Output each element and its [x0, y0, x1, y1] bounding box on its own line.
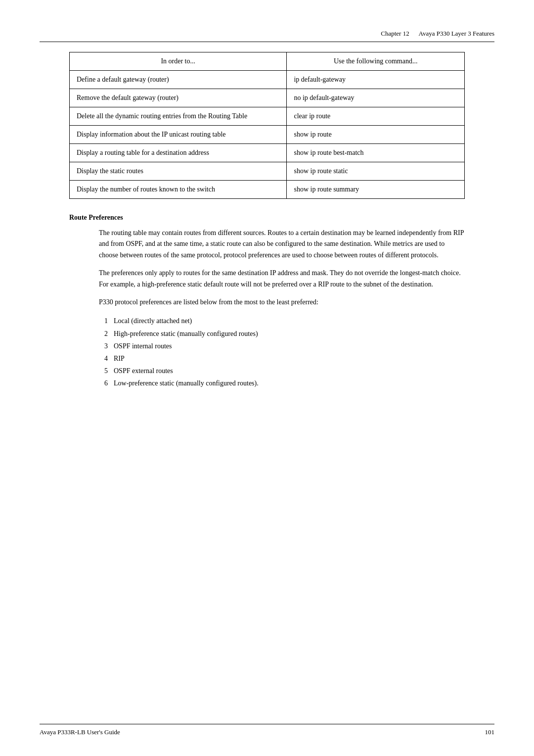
- list-item-text: OSPF external routes: [114, 365, 173, 377]
- routing-commands-table: In order to... Use the following command…: [69, 52, 465, 199]
- paragraph-3: P330 protocol preferences are listed bel…: [99, 297, 465, 308]
- preference-list: 1Local (directly attached net)2High-pref…: [99, 315, 465, 389]
- list-item-number: 3: [99, 340, 108, 352]
- list-item-text: RIP: [114, 352, 125, 365]
- table-cell-command: no ip default-gateway: [287, 89, 465, 107]
- table-cell-command: show ip route: [287, 126, 465, 144]
- list-item: 4RIP: [99, 352, 465, 365]
- table-header-command: Use the following command...: [287, 52, 465, 71]
- list-item-number: 2: [99, 328, 108, 340]
- footer-right: 101: [485, 728, 495, 736]
- table-cell-action: Display information about the IP unicast…: [70, 126, 287, 144]
- header-text: Chapter 12 Avaya P330 Layer 3 Features: [381, 30, 494, 38]
- table-cell-command: clear ip route: [287, 107, 465, 126]
- table-row: Display the static routesshow ip route s…: [70, 162, 465, 181]
- content-area: In order to... Use the following command…: [40, 52, 494, 389]
- table-row: Display information about the IP unicast…: [70, 126, 465, 144]
- list-item: 5OSPF external routes: [99, 365, 465, 377]
- table-cell-command: show ip route best-match: [287, 144, 465, 162]
- table-cell-action: Define a default gateway (router): [70, 71, 287, 89]
- list-item-number: 6: [99, 377, 108, 389]
- list-item-number: 4: [99, 352, 108, 365]
- table-cell-action: Delete all the dynamic routing entries f…: [70, 107, 287, 126]
- paragraph-1: The routing table may contain routes fro…: [99, 228, 465, 261]
- list-item: 1Local (directly attached net): [99, 315, 465, 327]
- section-title: Route Preferences: [69, 214, 465, 222]
- list-item-number: 5: [99, 365, 108, 377]
- table-row: Remove the default gateway (router)no ip…: [70, 89, 465, 107]
- chapter-title: Avaya P330 Layer 3 Features: [418, 30, 494, 37]
- table-cell-command: show ip route static: [287, 162, 465, 181]
- table-row: Define a default gateway (router)ip defa…: [70, 71, 465, 89]
- list-item-text: High-preference static (manually configu…: [114, 328, 258, 340]
- table-cell-action: Display a routing table for a destinatio…: [70, 144, 287, 162]
- list-item: 3OSPF internal routes: [99, 340, 465, 352]
- list-item-text: Low-preference static (manually configur…: [114, 377, 259, 389]
- paragraph-2: The preferences only apply to routes for…: [99, 268, 465, 290]
- page-container: Chapter 12 Avaya P330 Layer 3 Features I…: [0, 0, 534, 756]
- list-item-text: OSPF internal routes: [114, 340, 172, 352]
- footer-left: Avaya P333R-LB User's Guide: [40, 728, 120, 736]
- route-preferences-section: Route Preferences The routing table may …: [69, 214, 465, 389]
- chapter-label: Chapter 12: [381, 30, 409, 37]
- page-footer: Avaya P333R-LB User's Guide 101: [40, 724, 494, 736]
- section-body: The routing table may contain routes fro…: [69, 228, 465, 389]
- table-cell-command: show ip route summary: [287, 181, 465, 199]
- page-header: Chapter 12 Avaya P330 Layer 3 Features: [40, 30, 494, 42]
- table-row: Display a routing table for a destinatio…: [70, 144, 465, 162]
- list-item-text: Local (directly attached net): [114, 315, 192, 327]
- list-item: 6Low-preference static (manually configu…: [99, 377, 465, 389]
- table-row: Display the number of routes known to th…: [70, 181, 465, 199]
- list-item: 2High-preference static (manually config…: [99, 328, 465, 340]
- table-cell-action: Display the number of routes known to th…: [70, 181, 287, 199]
- table-cell-action: Display the static routes: [70, 162, 287, 181]
- table-header-action: In order to...: [70, 52, 287, 71]
- table-row: Delete all the dynamic routing entries f…: [70, 107, 465, 126]
- table-cell-command: ip default-gateway: [287, 71, 465, 89]
- table-cell-action: Remove the default gateway (router): [70, 89, 287, 107]
- list-item-number: 1: [99, 315, 108, 327]
